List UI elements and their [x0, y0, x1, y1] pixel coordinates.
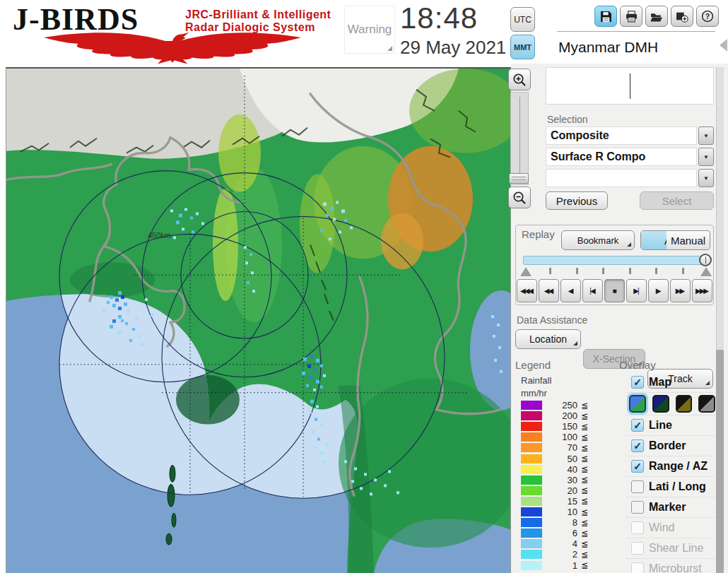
- fast-forward-3-button[interactable]: ▶▶▶: [692, 279, 712, 302]
- legend-swatch: [521, 443, 542, 452]
- overlay-item-lati-long[interactable]: Lati / Long: [626, 477, 715, 497]
- overlay-item-map[interactable]: ✓Map: [626, 372, 715, 393]
- radar-map[interactable]: 450km: [6, 67, 511, 573]
- capture-button[interactable]: [671, 6, 693, 27]
- legend-swatch: [521, 475, 542, 485]
- svg-text:?: ?: [705, 12, 710, 20]
- panel-collapse-arrow[interactable]: [720, 39, 727, 52]
- legend-lte-sign: ≦: [581, 475, 588, 485]
- subproduct-dropdown-arrow-icon[interactable]: ▼: [698, 148, 714, 166]
- map-style-swatches: [626, 393, 715, 415]
- warning-panel[interactable]: Warning: [344, 6, 395, 54]
- map-svg: 450km: [6, 69, 511, 573]
- overlay-item-label: Marker: [649, 501, 686, 514]
- legend-value: 200: [549, 410, 577, 421]
- legend-lte-sign: ≦: [581, 432, 588, 442]
- overlay-item-border[interactable]: ✓Border: [626, 436, 715, 456]
- print-icon: [626, 11, 638, 23]
- product-dropdown-arrow-icon[interactable]: ▼: [698, 126, 714, 145]
- legend-swatch: [521, 518, 542, 527]
- unchecked-checkbox[interactable]: [631, 521, 644, 534]
- legend-lte-sign: ≦: [581, 443, 588, 453]
- overlay-item-line[interactable]: ✓Line: [626, 415, 715, 436]
- help-button[interactable]: ?: [696, 6, 719, 27]
- utc-button[interactable]: UTC: [510, 7, 535, 32]
- overlay-item-label: Shear Line: [649, 542, 703, 555]
- legend-value: 40: [549, 464, 577, 475]
- map-style-1[interactable]: [629, 395, 646, 413]
- overlay-item-label: Border: [649, 439, 686, 452]
- legend-level-50: 50≦: [521, 454, 542, 463]
- checked-checkbox[interactable]: ✓: [631, 439, 644, 452]
- zoom-out-icon: [512, 191, 527, 205]
- mmt-button[interactable]: MMT: [510, 35, 535, 59]
- overlay-label: Overlay: [619, 359, 656, 371]
- legend-lte-sign: ≦: [581, 454, 588, 463]
- unchecked-checkbox[interactable]: [631, 501, 644, 514]
- legend-level-2: 2≦: [521, 550, 542, 559]
- panel-scrollbar-thumb[interactable]: [716, 350, 724, 573]
- station-name: Myanmar DMH: [558, 39, 658, 56]
- save-button[interactable]: [594, 6, 617, 27]
- legend-level-30: 30≦: [521, 475, 542, 485]
- legend-level-15: 15≦: [521, 497, 542, 506]
- unchecked-checkbox[interactable]: [631, 542, 644, 555]
- overlay-item-microburst[interactable]: Microburst: [626, 559, 715, 573]
- replay-tick: [682, 268, 684, 274]
- clock-date: 29 May 2021: [400, 37, 506, 59]
- map-style-3[interactable]: [676, 395, 693, 413]
- legend-value: 8: [549, 517, 577, 528]
- legend-swatch: [521, 539, 542, 548]
- logo: J-BIRDS JRC-Brilliant & Intelligent Rada…: [10, 3, 339, 64]
- legend-swatch: [521, 561, 542, 570]
- legend-swatch: [521, 507, 542, 516]
- map-zoom-control: [508, 69, 531, 208]
- unchecked-checkbox[interactable]: [631, 480, 644, 493]
- legend-lte-sign: ≦: [581, 411, 588, 421]
- legend-lte-sign: ≦: [581, 401, 588, 410]
- capture-icon: [676, 11, 688, 23]
- legend-value: 250: [549, 400, 577, 410]
- extra-dropdown-arrow-icon[interactable]: ▼: [698, 169, 714, 187]
- overlay-item-marker[interactable]: Marker: [626, 497, 715, 518]
- legend-level-20: 20≦: [521, 486, 542, 495]
- legend-value: 150: [549, 421, 577, 432]
- overlay-item-shear-line[interactable]: Shear Line: [626, 538, 715, 559]
- checked-checkbox[interactable]: ✓: [631, 376, 644, 389]
- unchecked-checkbox[interactable]: [631, 562, 644, 573]
- map-style-4[interactable]: [698, 395, 715, 413]
- open-folder-button[interactable]: [645, 6, 668, 27]
- legend-level-4: 4≦: [521, 539, 542, 548]
- manual-button[interactable]: Manual: [667, 231, 710, 249]
- play-button[interactable]: ▶: [648, 279, 669, 302]
- legend-lte-sign: ≦: [581, 518, 588, 528]
- zoom-slider-track[interactable]: [510, 92, 529, 185]
- zoom-out-button[interactable]: [508, 187, 531, 208]
- top-bar: J-BIRDS JRC-Brilliant & Intelligent Rada…: [0, 0, 728, 66]
- legend-value: 2: [549, 549, 577, 560]
- legend-swatch: [521, 401, 542, 410]
- fast-forward-2-button[interactable]: ▶▶: [670, 279, 691, 302]
- checked-checkbox[interactable]: ✓: [631, 460, 644, 473]
- replay-slider-handle[interactable]: [699, 254, 712, 266]
- legend-level-150: 150≦: [521, 422, 542, 431]
- legend-level-200: 200≦: [521, 411, 542, 420]
- zoom-in-icon: [512, 73, 527, 87]
- map-style-2[interactable]: [652, 395, 669, 413]
- replay-end-marker[interactable]: [700, 267, 712, 276]
- checked-checkbox[interactable]: ✓: [631, 419, 644, 432]
- overlay-item-range-az[interactable]: ✓Range / AZ: [626, 456, 715, 477]
- select-button[interactable]: Select: [640, 191, 714, 210]
- open-folder-icon: [650, 11, 663, 23]
- zoom-slider-handle[interactable]: [509, 173, 529, 184]
- zoom-in-button[interactable]: [508, 69, 531, 90]
- legend-lte-sign: ≦: [581, 550, 588, 560]
- jbirds-app: J-BIRDS JRC-Brilliant & Intelligent Rada…: [0, 0, 728, 573]
- legend-swatch: [521, 432, 542, 442]
- overlay-item-wind[interactable]: Wind: [626, 518, 715, 538]
- range-ring-label: 450km: [148, 231, 171, 240]
- skip-to-end-button[interactable]: ▶|: [626, 279, 647, 302]
- legend-lte-sign: ≦: [581, 464, 588, 474]
- legend-value: 4: [549, 538, 577, 549]
- print-button[interactable]: [620, 6, 642, 27]
